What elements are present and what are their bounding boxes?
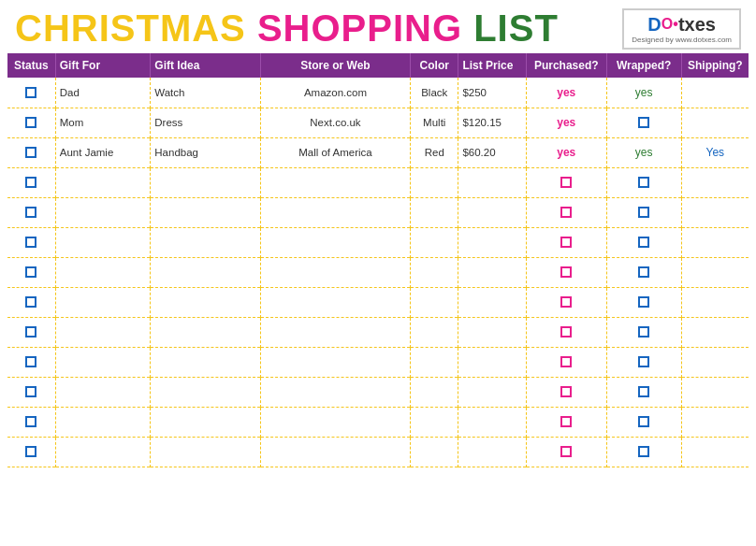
status-checkbox[interactable] [25, 207, 36, 218]
cell-status[interactable] [7, 437, 55, 467]
status-checkbox[interactable] [25, 147, 36, 158]
wrapped-checkbox[interactable] [638, 356, 649, 367]
purchased-checkbox[interactable] [560, 207, 572, 218]
wrapped-checkbox[interactable] [638, 386, 649, 397]
cell-shipping: Yes [681, 137, 749, 167]
cell-status[interactable] [7, 78, 55, 108]
cell-purchased[interactable] [527, 197, 606, 227]
status-checkbox[interactable] [25, 177, 36, 188]
status-checkbox[interactable] [25, 446, 36, 457]
cell-status[interactable] [7, 347, 55, 377]
cell-purchased[interactable] [527, 407, 606, 437]
status-checkbox[interactable] [25, 266, 36, 278]
cell-purchased[interactable]: yes [527, 108, 606, 137]
cell-status[interactable] [7, 317, 55, 347]
wrapped-checkbox[interactable] [638, 446, 649, 457]
cell-color: Red [411, 137, 458, 167]
cell-wrapped[interactable] [606, 377, 681, 407]
cell-status[interactable] [7, 407, 55, 437]
cell-wrapped[interactable] [606, 347, 681, 377]
wrapped-checkbox[interactable] [638, 207, 649, 218]
cell-giftfor [55, 437, 151, 467]
cell-price [458, 287, 527, 317]
cell-wrapped[interactable] [606, 167, 681, 197]
cell-status[interactable] [7, 167, 55, 197]
status-checkbox[interactable] [25, 117, 36, 128]
cell-giftidea: Watch [151, 78, 261, 108]
cell-purchased[interactable] [527, 317, 606, 347]
cell-purchased[interactable] [527, 167, 606, 197]
cell-store [260, 287, 410, 317]
purchased-checkbox[interactable] [560, 177, 572, 188]
cell-giftfor: Aunt Jamie [55, 137, 151, 167]
wrapped-yes-text: yes [635, 86, 653, 99]
cell-purchased[interactable] [527, 377, 606, 407]
cell-status[interactable] [7, 257, 55, 287]
cell-status[interactable] [7, 377, 55, 407]
purchased-checkbox[interactable] [560, 237, 572, 248]
cell-wrapped[interactable]: yes [606, 78, 681, 108]
cell-price: $120.15 [458, 108, 527, 137]
cell-status[interactable] [7, 287, 55, 317]
col-header-giftidea: Gift Idea [151, 53, 261, 78]
purchased-checkbox[interactable] [560, 446, 572, 457]
cell-purchased[interactable]: yes [527, 78, 606, 108]
purchased-checkbox[interactable] [560, 356, 572, 367]
cell-giftidea [151, 167, 261, 197]
cell-wrapped[interactable] [606, 257, 681, 287]
wrapped-checkbox[interactable] [638, 326, 649, 338]
wrapped-checkbox[interactable] [638, 117, 649, 128]
status-checkbox[interactable] [25, 356, 36, 367]
col-header-shipping: Shipping? [681, 53, 749, 78]
status-checkbox[interactable] [25, 237, 36, 248]
purchased-checkbox[interactable] [560, 386, 572, 397]
cell-wrapped[interactable] [606, 197, 681, 227]
purchased-checkbox[interactable] [560, 416, 572, 427]
status-checkbox[interactable] [25, 296, 36, 308]
cell-price: $250 [458, 78, 527, 108]
cell-color [411, 437, 458, 467]
cell-wrapped[interactable] [606, 317, 681, 347]
cell-purchased[interactable] [527, 437, 606, 467]
purchased-checkbox[interactable] [560, 266, 572, 278]
status-checkbox[interactable] [25, 87, 36, 98]
cell-wrapped[interactable] [606, 108, 681, 137]
cell-giftidea [151, 407, 261, 437]
cell-wrapped[interactable] [606, 407, 681, 437]
status-checkbox[interactable] [25, 386, 36, 397]
cell-price [458, 437, 527, 467]
cell-status[interactable] [7, 227, 55, 257]
wrapped-checkbox[interactable] [638, 237, 649, 248]
cell-purchased[interactable]: yes [527, 137, 606, 167]
status-checkbox[interactable] [25, 416, 36, 427]
cell-wrapped[interactable] [606, 437, 681, 467]
cell-purchased[interactable] [527, 347, 606, 377]
cell-purchased[interactable] [527, 227, 606, 257]
cell-shipping [681, 197, 749, 227]
col-header-purchased: Purchased? [527, 53, 606, 78]
wrapped-checkbox[interactable] [638, 266, 649, 278]
cell-wrapped[interactable] [606, 227, 681, 257]
table-row [7, 407, 749, 437]
cell-wrapped[interactable] [606, 287, 681, 317]
cell-purchased[interactable] [527, 257, 606, 287]
cell-giftidea [151, 197, 261, 227]
purchased-checkbox[interactable] [560, 326, 572, 338]
cell-status[interactable] [7, 137, 55, 167]
cell-store [260, 377, 410, 407]
wrapped-checkbox[interactable] [638, 416, 649, 427]
table-row: Aunt JamieHandbagMall of AmericaRed$60.2… [7, 137, 749, 167]
purchased-yes-text: yes [557, 86, 575, 99]
wrapped-checkbox[interactable] [638, 177, 649, 188]
purchased-checkbox[interactable] [560, 296, 572, 308]
table-row [7, 437, 749, 467]
wrapped-checkbox[interactable] [638, 296, 649, 308]
cell-wrapped[interactable]: yes [606, 137, 681, 167]
cell-color: Black [411, 78, 458, 108]
cell-purchased[interactable] [527, 287, 606, 317]
table-row [7, 167, 749, 197]
cell-status[interactable] [7, 197, 55, 227]
cell-status[interactable] [7, 108, 55, 137]
col-header-giftfor: Gift For [55, 53, 151, 78]
status-checkbox[interactable] [25, 326, 36, 338]
